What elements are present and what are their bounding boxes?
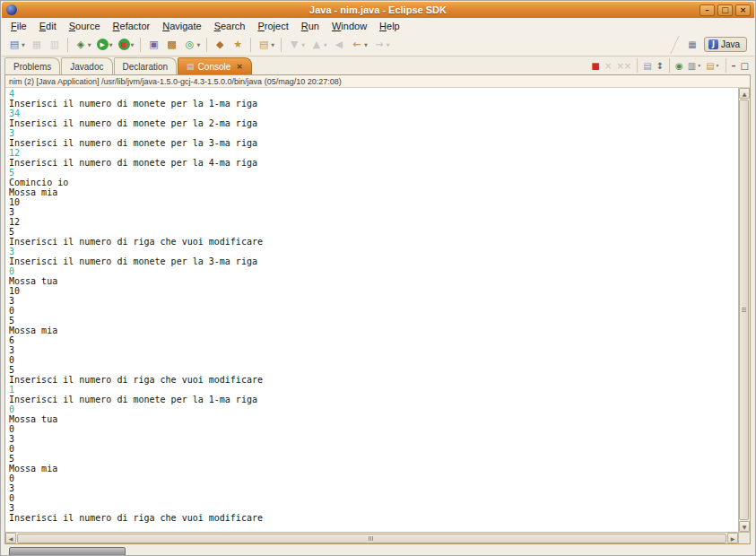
display-selected-console-button[interactable]: ▥ ▼	[686, 58, 703, 73]
menu-window[interactable]: Window	[326, 20, 373, 32]
console-view: nim (2) [Java Application] /usr/lib/jvm/…	[4, 74, 751, 545]
scroll-up-button[interactable]: ▲	[739, 88, 750, 99]
scroll-down-button[interactable]: ▼	[739, 521, 750, 532]
eclipse-icon	[6, 4, 17, 15]
menu-project[interactable]: Project	[252, 20, 295, 32]
console-line: Inserisci il numero di riga che vuoi mod…	[9, 375, 738, 385]
scroll-left-button[interactable]: ◀	[5, 533, 16, 543]
separator	[637, 58, 638, 73]
menu-source[interactable]: Source	[63, 20, 107, 32]
scrollbar-grip	[742, 308, 746, 313]
remove-all-terminated-button[interactable]: ××	[614, 58, 633, 73]
previous-annotation-button[interactable]: ▲ ▼	[308, 36, 330, 54]
console-line: 12	[9, 217, 738, 227]
console-line: Mossa tua	[9, 414, 738, 424]
view-tabs: Problems Javadoc Declaration ▤	[4, 57, 253, 74]
menu-edit[interactable]: Edit	[33, 20, 63, 32]
print-button[interactable]: ▥	[46, 36, 64, 54]
horizontal-scrollbar[interactable]: ◀ ▶	[5, 532, 738, 543]
close-button[interactable]: ×	[735, 4, 751, 16]
minimize-button[interactable]: –	[700, 4, 715, 16]
window-controls: –□×	[700, 4, 754, 16]
taskbar-item[interactable]	[9, 547, 126, 556]
main-toolbar: ▤ ▼ ▦ ▥ ◈ ▼ ▶	[2, 33, 754, 56]
console-line: Inserisci il numero di monete per la 1-m…	[9, 99, 738, 109]
console-view-toolbar: ■ × ×× ▤ ↕	[590, 58, 751, 74]
console-line: 3	[9, 296, 738, 306]
tab-javadoc[interactable]: Javadoc	[61, 57, 112, 74]
terminate-button[interactable]: ■	[590, 58, 602, 73]
window-title: Java - nim.java - Eclipse SDK	[2, 4, 754, 15]
dropdown-arrow-icon: ▼	[196, 42, 200, 48]
new-java-class-button[interactable]: ◎ ▼	[180, 36, 203, 54]
tab-declaration[interactable]: Declaration	[114, 57, 178, 74]
view-tab-bar: Problems Javadoc Declaration ▤	[4, 57, 751, 74]
menu-file[interactable]: File	[4, 20, 33, 32]
pin-console-button[interactable]: ◉	[673, 58, 685, 73]
tab-problems[interactable]: Problems	[4, 57, 60, 74]
separator	[140, 38, 141, 52]
external-tools-button[interactable]: ■ ▼	[116, 36, 137, 54]
scrollbar-corner	[738, 532, 750, 543]
console-line: 0	[9, 473, 738, 483]
console-area: 4Inserisci il numero di monete per la 1-…	[5, 88, 750, 543]
forward-button[interactable]: → ▼	[370, 36, 393, 54]
open-console-button[interactable]: ▤ ▼	[704, 58, 721, 73]
menu-run[interactable]: Run	[295, 20, 326, 32]
run-button[interactable]: ▶ ▼	[94, 36, 116, 54]
console-line: Inserisci il numero di riga che vuoi mod…	[9, 237, 738, 247]
console-line: 34	[9, 109, 738, 118]
close-tab-icon[interactable]: ×	[236, 62, 243, 71]
horizontal-scrollbar-thumb[interactable]	[17, 534, 726, 543]
new-java-package-button[interactable]: ▩	[162, 36, 180, 54]
vertical-scrollbar-thumb[interactable]	[739, 100, 749, 520]
separator	[250, 38, 251, 52]
console-line: 12	[9, 148, 738, 158]
minimize-view-button[interactable]: –	[730, 58, 738, 73]
debug-button[interactable]: ◈ ▼	[72, 36, 94, 54]
java-perspective-button[interactable]: J Java	[704, 37, 747, 52]
separator	[669, 58, 670, 73]
new-java-project-button[interactable]: ▣	[144, 36, 162, 54]
console-process-label: nim (2) [Java Application] /usr/lib/jvm/…	[5, 75, 750, 88]
clear-console-button[interactable]: ▤	[641, 58, 653, 73]
open-perspective-button[interactable]: ▦	[684, 38, 700, 52]
console-line: 0	[9, 444, 738, 454]
console-line: Inserisci il numero di monete per la 2-m…	[9, 118, 738, 128]
console-output[interactable]: 4Inserisci il numero di monete per la 1-…	[5, 88, 738, 532]
open-element-button[interactable]: ▤ ▼	[255, 36, 277, 54]
save-button[interactable]: ▦	[28, 36, 46, 54]
next-annotation-button[interactable]: ▼ ▼	[285, 36, 308, 54]
console-line: 5	[9, 316, 738, 326]
perspective-bar-separator	[670, 36, 679, 54]
console-line: 10	[9, 197, 738, 207]
dropdown-arrow-icon: ▼	[324, 42, 327, 48]
new-wizard-button[interactable]: ▤ ▼	[5, 36, 28, 54]
remove-launch-button[interactable]: ×	[603, 58, 613, 73]
menu-navigate[interactable]: Navigate	[156, 20, 207, 32]
vertical-scrollbar[interactable]: ▲ ▼	[738, 88, 750, 532]
console-line: 0	[9, 493, 738, 503]
console-line: Inserisci il numero di riga che vuoi mod…	[9, 513, 738, 523]
java-search-button[interactable]: ★	[229, 36, 247, 54]
last-edit-location-button[interactable]: ◀	[330, 36, 348, 54]
separator	[281, 38, 282, 52]
console-line: Mossa tua	[9, 276, 738, 286]
console-line: 0	[9, 424, 738, 434]
console-line: Inserisci il numero di monete per la 3-m…	[9, 256, 738, 266]
tab-console[interactable]: ▤ Console ×	[178, 57, 252, 74]
maximize-view-button[interactable]: □	[739, 58, 751, 73]
menu-search[interactable]: Search	[208, 20, 252, 32]
console-line: Mossa mia	[9, 326, 738, 335]
menu-help[interactable]: Help	[373, 20, 406, 32]
open-type-button[interactable]: ◆	[211, 36, 229, 54]
back-button[interactable]: ← ▼	[348, 36, 370, 54]
console-line: 3	[9, 483, 738, 493]
restore-button[interactable]: □	[717, 4, 733, 16]
console-line: 6	[9, 335, 738, 345]
menu-refactor[interactable]: Refactor	[107, 20, 157, 32]
scroll-right-button[interactable]: ▶	[727, 533, 738, 543]
status-bar	[2, 544, 754, 554]
separator	[67, 38, 68, 52]
scroll-lock-button[interactable]: ↕	[655, 58, 665, 73]
